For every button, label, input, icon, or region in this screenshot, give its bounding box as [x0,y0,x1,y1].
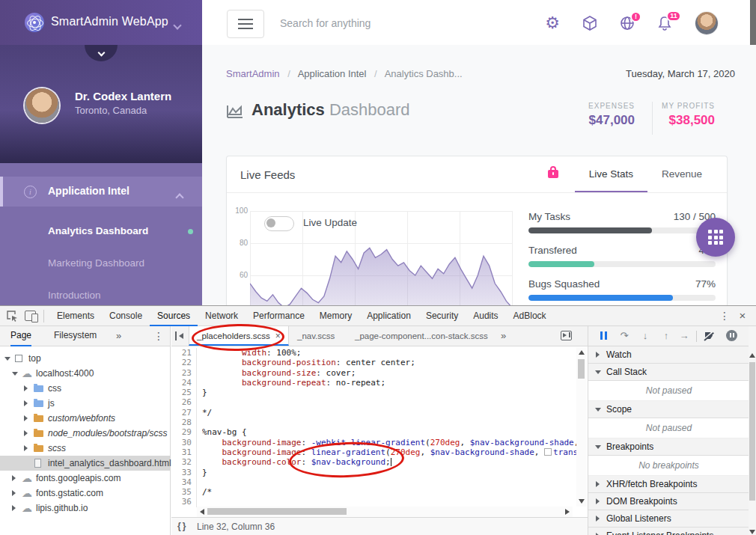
section-call-stack[interactable]: Call Stack [588,364,749,381]
color-swatch-icon[interactable] [544,448,552,456]
devtools-close-icon[interactable]: × [737,309,749,322]
line-number[interactable]: 33 [171,468,196,477]
navigator-menu-icon[interactable]: ⋮ [153,330,164,342]
section-event-listener-breakpoints[interactable]: Event Listener Breakpoints [588,528,749,535]
section-watch[interactable]: Watch [588,346,749,364]
tree-item-css[interactable]: css [0,381,171,396]
section-scope[interactable]: Scope [588,401,749,418]
collapse-profile-chevron[interactable] [85,45,118,61]
devtools-menu-icon[interactable]: ⋮ [719,310,731,322]
tree-item-fonts-gstatic[interactable]: ☁ fonts.gstatic.com [0,486,171,501]
breadcrumb-section[interactable]: Application Intel [298,68,367,79]
quick-menu-fab-button[interactable] [696,218,735,257]
live-update-toggle[interactable] [264,216,294,231]
tree-item-fonts-googleapis[interactable]: ☁ fonts.googleapis.com [0,471,171,486]
lock-icon[interactable] [548,170,558,180]
tab-sources[interactable]: Sources [150,306,198,326]
collapsed-arrow-icon[interactable] [24,415,28,421]
step-into-icon[interactable]: ↓ [639,331,651,341]
chevron-down-icon[interactable] [174,18,180,31]
step-over-icon[interactable]: ↷ [618,331,630,341]
line-number[interactable]: 22 [171,358,196,367]
tab-elements[interactable]: Elements [49,306,102,326]
file-tab-nav[interactable]: _nav.scss [290,326,342,346]
section-global-listeners[interactable]: Global Listeners [588,510,749,528]
collapsed-arrow-icon[interactable] [12,490,16,496]
scrollbar-thumb[interactable] [749,362,755,501]
line-number[interactable]: 29 [171,427,196,437]
line-number[interactable]: 28 [171,418,196,427]
code-line[interactable]: } [202,388,576,397]
tab-memory[interactable]: Memory [312,306,359,326]
tab-network[interactable]: Network [198,306,246,326]
line-number[interactable]: 26 [171,397,196,407]
tab-revenue[interactable]: Revenue [647,156,716,192]
step-out-icon[interactable]: ↑ [660,331,672,341]
sidebar-item-analytics-dashboard[interactable]: Analytics Dashboard [0,218,202,244]
tree-item-intel-analytics-dashboard[interactable]: intel_analytics_dashboard.html [0,456,171,471]
collapsed-arrow-icon[interactable] [24,445,28,451]
tree-item-node-modules[interactable]: node_modules/bootstrap/scss [0,426,171,441]
section-breakpoints[interactable]: Breakpoints [588,438,749,456]
file-tab-page-component[interactable]: _page-component...con-stack.scss [347,326,496,346]
sidebar-item-introduction[interactable]: Introduction [0,283,202,305]
scroll-down-arrow[interactable] [579,499,585,504]
editor-vertical-scrollbar[interactable] [576,347,587,507]
page-scrollbar-thumb[interactable] [750,0,756,46]
expand-panel-icon[interactable] [561,331,572,340]
code-line[interactable]: background-size: cover; [202,368,576,378]
tab-audits[interactable]: Audits [466,306,505,326]
code-line[interactable]: %nav-bg { [202,427,576,437]
tab-page[interactable]: Page [10,326,31,346]
apps-cube-icon[interactable] [581,14,599,32]
code-editor[interactable]: width: 100%; background-position: center… [202,348,576,507]
line-number[interactable]: 31 [171,447,196,457]
collapsed-arrow-icon[interactable] [24,400,28,406]
code-line[interactable]: background-position: center center; [202,358,576,367]
code-line[interactable]: background-repeat: no-repeat; [202,378,576,388]
tree-item-js[interactable]: js [0,396,171,411]
tab-security[interactable]: Security [418,306,466,326]
menu-toggle-button[interactable] [227,10,264,38]
breadcrumb-home-link[interactable]: SmartAdmin [226,68,280,79]
profile-name[interactable]: Dr. Codex Lantern [75,90,171,103]
section-xhr-breakpoints[interactable]: XHR/fetch Breakpoints [588,476,749,493]
device-toolbar-icon[interactable] [25,311,36,321]
expanded-arrow-icon[interactable] [4,357,10,361]
tree-item-lipis-github[interactable]: ☁ lipis.github.io [0,501,171,516]
line-number[interactable]: 32 [171,457,196,467]
code-line[interactable]: /* [202,487,576,497]
pretty-print-icon[interactable]: {} [177,521,187,531]
line-number[interactable]: 23 [171,368,196,378]
tree-item-top[interactable]: top [0,351,171,366]
line-number[interactable]: 34 [171,477,196,487]
line-number[interactable]: 35 [171,487,196,497]
inspect-element-icon[interactable] [6,310,19,322]
sidebar-item-marketing-dashboard[interactable]: Marketing Dashboard [0,251,202,276]
more-file-tabs-icon[interactable]: » [501,326,506,346]
tree-item-custom-webfonts[interactable]: custom/webfonts [0,411,171,426]
line-number[interactable]: 27 [171,408,196,418]
code-line[interactable] [202,418,576,427]
tree-item-localhost[interactable]: ☁ localhost:4000 [0,366,171,381]
code-line[interactable]: width: 100%; [202,348,576,358]
code-line[interactable]: */ [202,408,576,418]
tab-console[interactable]: Console [102,306,150,326]
line-number[interactable]: 36 [171,497,196,507]
scrollbar-thumb[interactable] [207,508,347,515]
profile-avatar[interactable] [25,88,59,123]
editor-horizontal-scrollbar[interactable] [197,507,573,517]
collapsed-arrow-icon[interactable] [24,430,28,436]
code-line[interactable] [202,397,576,407]
pause-script-icon[interactable] [597,331,609,341]
tab-performance[interactable]: Performance [246,306,312,326]
collapsed-arrow-icon[interactable] [12,475,16,481]
tab-filesystem[interactable]: Filesystem [54,326,97,345]
debugger-scrollbar[interactable] [749,326,756,535]
tab-adblock[interactable]: AdBlock [506,306,554,326]
more-tabs-icon[interactable]: » [116,326,121,345]
search-input[interactable]: Search for anything [280,17,371,29]
line-number[interactable]: 21 [171,348,196,358]
tab-scroll-left-icon[interactable] [175,331,186,340]
line-number[interactable]: 30 [171,438,196,447]
